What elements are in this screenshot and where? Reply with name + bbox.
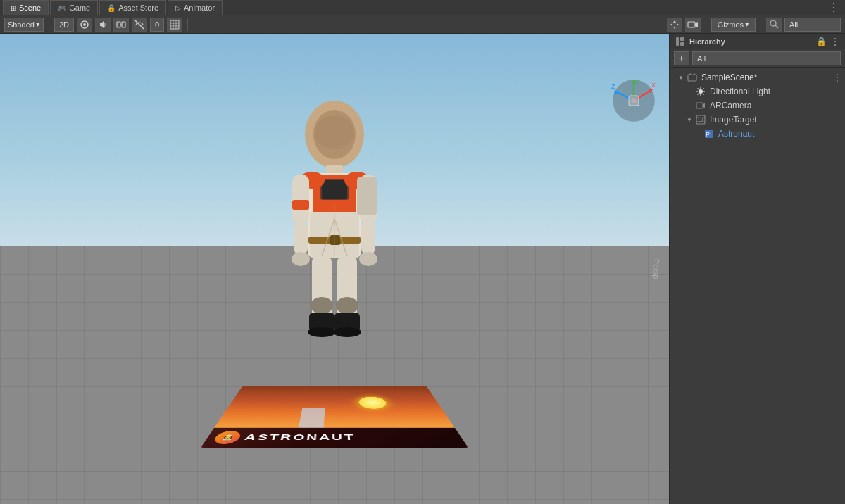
svg-point-1 <box>83 23 86 26</box>
svg-line-64 <box>698 94 699 95</box>
svg-text:X: X <box>651 82 656 89</box>
toolbar-divider-4 <box>760 18 761 31</box>
hierarchy-tree: ▼ SampleScene* ⋮ ▶ Directional Light ▶ <box>670 68 845 504</box>
hierarchy-panel-title: Hierarchy <box>689 37 812 46</box>
axis-gizmo-svg: Y X Z <box>609 76 658 125</box>
svg-point-23 <box>292 252 310 266</box>
tab-scene[interactable]: ⊞ Scene <box>3 0 49 15</box>
hierarchy-add-button[interactable]: + <box>674 51 689 65</box>
svg-point-27 <box>359 252 377 266</box>
tab-game[interactable]: 🎮 Game <box>50 0 98 15</box>
toolbar-divider-1 <box>49 18 49 31</box>
card-title-label: ASTRONAUT <box>243 433 356 442</box>
counter-value: 0 <box>155 20 159 29</box>
gizmos-button[interactable]: Gizmos ▾ <box>711 18 756 32</box>
effects-toggle[interactable] <box>113 18 129 32</box>
shaded-label: Shaded <box>8 20 35 29</box>
toolbar-divider-3 <box>706 18 706 31</box>
directional-light-label: Directional Light <box>710 87 770 96</box>
card-mars-background <box>214 386 455 428</box>
card-bottom-bar: 👨‍🚀 ASTRONAUT <box>201 428 468 448</box>
ar-card: 👨‍🚀 ASTRONAUT <box>201 386 468 448</box>
asset-store-icon: 🔒 <box>107 4 115 12</box>
hierarchy-header-icons: 🔒 ⋮ <box>816 37 839 46</box>
animator-label: Animator <box>184 4 215 12</box>
svg-rect-52 <box>676 37 679 46</box>
card-astronaut-silhouette <box>299 408 325 428</box>
hierarchy-item-astronaut[interactable]: ▶ P Astronaut <box>670 127 845 141</box>
directional-light-icon <box>695 87 706 96</box>
astronaut-prefab-icon: P <box>703 129 715 139</box>
imagetarget-label: ImageTarget <box>710 115 757 125</box>
svg-rect-65 <box>696 103 703 108</box>
svg-line-61 <box>698 89 699 90</box>
samplescene-more-button[interactable]: ⋮ <box>832 72 842 83</box>
tab-bar-more-button[interactable]: ⋮ <box>825 1 842 14</box>
svg-rect-2 <box>117 22 120 27</box>
scene-viewport[interactable]: 👨‍🚀 ASTRONAUT Persp Y X <box>0 34 669 504</box>
hidden-toggle[interactable] <box>132 18 147 32</box>
counter-display: 0 <box>150 18 164 32</box>
svg-text:Y: Y <box>635 79 639 86</box>
scene-icon <box>687 73 698 82</box>
samplescene-label: SampleScene* <box>701 73 757 82</box>
svg-rect-11 <box>326 165 343 175</box>
viewport-search-input[interactable] <box>784 18 841 32</box>
svg-rect-66 <box>696 115 705 124</box>
camera-icon <box>695 101 706 111</box>
perspective-label: Persp <box>652 259 661 279</box>
svg-rect-20 <box>292 175 309 224</box>
gizmos-label: Gizmos <box>718 20 744 29</box>
hierarchy-search-input[interactable] <box>692 51 841 65</box>
svg-rect-36 <box>357 177 377 215</box>
game-tab-icon: 🎮 <box>58 4 66 12</box>
2d-label: 2D <box>59 20 69 29</box>
card-sun <box>358 397 388 409</box>
game-tab-label: Game <box>69 4 90 12</box>
lighting-toggle[interactable] <box>77 18 92 32</box>
hierarchy-header: Hierarchy 🔒 ⋮ <box>670 34 845 49</box>
top-tab-bar: ⊞ Scene 🎮 Game 🔒 Asset Store ▷ Animator … <box>0 0 845 15</box>
astronaut-label: Astronaut <box>718 129 754 139</box>
imagetarget-icon <box>695 115 706 125</box>
main-area: 👨‍🚀 ASTRONAUT Persp Y X <box>0 34 845 504</box>
scene-move-tool[interactable] <box>667 18 682 32</box>
svg-rect-51 <box>629 96 639 106</box>
svg-rect-55 <box>688 75 696 81</box>
arcamera-label: ARCamera <box>710 101 751 111</box>
svg-line-62 <box>703 94 704 95</box>
asset-store-label: Asset Store <box>118 4 158 12</box>
hierarchy-toolbar: + <box>670 49 845 68</box>
tab-animator[interactable]: ▷ Animator <box>168 0 223 15</box>
hierarchy-panel: Hierarchy 🔒 ⋮ + ▼ SampleScene* ⋮ <box>669 34 845 504</box>
svg-text:P: P <box>706 131 710 138</box>
svg-point-56 <box>699 89 703 94</box>
animator-icon: ▷ <box>175 4 181 12</box>
audio-toggle[interactable] <box>95 18 111 32</box>
axis-gizmo: Y X Z <box>609 76 658 125</box>
svg-point-67 <box>699 118 703 122</box>
tab-asset-store[interactable]: 🔒 Asset Store <box>99 0 166 15</box>
camera-tool[interactable] <box>685 18 701 32</box>
samplescene-expand-arrow[interactable]: ▼ <box>677 73 685 82</box>
hierarchy-item-samplescene[interactable]: ▼ SampleScene* ⋮ <box>670 70 845 84</box>
svg-rect-21 <box>292 200 309 210</box>
grid-toggle[interactable] <box>167 18 182 32</box>
svg-rect-3 <box>122 22 125 27</box>
scene-tab-icon: ⊞ <box>11 4 16 12</box>
hierarchy-item-imagetarget[interactable]: ▼ ImageTarget <box>670 113 845 127</box>
2d-toggle-button[interactable]: 2D <box>54 18 74 32</box>
shaded-dropdown[interactable]: Shaded ▾ <box>4 18 44 32</box>
svg-rect-53 <box>680 37 684 41</box>
gizmos-arrow: ▾ <box>745 20 749 29</box>
svg-rect-14 <box>322 180 347 199</box>
imagetarget-expand-arrow[interactable]: ▼ <box>685 115 694 124</box>
hierarchy-item-directional-light[interactable]: ▶ Directional Light <box>670 84 845 99</box>
hierarchy-more-icon[interactable]: ⋮ <box>831 37 839 46</box>
hierarchy-lock-icon[interactable]: 🔒 <box>816 37 827 46</box>
svg-rect-19 <box>330 235 340 245</box>
svg-rect-5 <box>688 22 695 27</box>
hierarchy-item-arcamera[interactable]: ▶ ARCamera <box>670 99 845 113</box>
toolbar-divider-2 <box>187 18 188 31</box>
svg-line-63 <box>703 89 704 90</box>
